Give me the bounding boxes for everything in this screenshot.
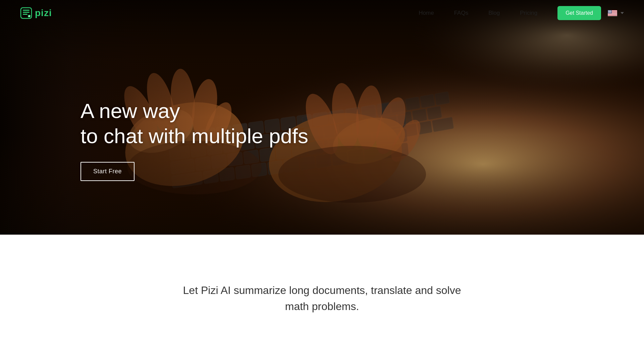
svg-point-15 <box>610 10 611 11</box>
logo-text: pizi <box>35 8 52 18</box>
svg-point-21 <box>611 11 612 11</box>
svg-point-20 <box>610 11 611 11</box>
nav-blog[interactable]: Blog <box>488 10 500 16</box>
hero-content: A new way to chat with multiple pdfs Sta… <box>80 99 308 181</box>
svg-point-12 <box>608 10 609 11</box>
hero-headline: A new way to chat with multiple pdfs <box>80 99 308 148</box>
svg-point-23 <box>609 11 609 12</box>
svg-point-29 <box>610 12 610 12</box>
nav-faqs[interactable]: FAQs <box>454 10 469 16</box>
svg-rect-1 <box>23 10 30 11</box>
svg-point-35 <box>610 12 611 13</box>
svg-point-13 <box>609 10 609 11</box>
nav-home[interactable]: Home <box>419 10 434 16</box>
navbar: pizi Home FAQs Blog Pricing Get Started <box>0 0 644 26</box>
svg-point-27 <box>608 12 609 12</box>
svg-rect-10 <box>608 16 617 16</box>
svg-point-4 <box>28 15 31 17</box>
svg-point-18 <box>609 11 610 11</box>
svg-point-33 <box>609 12 609 13</box>
flag-icon <box>608 10 617 16</box>
below-fold-text: Let Pizi AI summarize long documents, tr… <box>171 282 473 314</box>
svg-point-28 <box>609 12 610 12</box>
svg-rect-3 <box>23 14 28 15</box>
below-fold-section: Let Pizi AI summarize long documents, tr… <box>0 235 644 362</box>
svg-point-31 <box>611 12 612 12</box>
svg-point-34 <box>609 12 610 13</box>
svg-point-19 <box>610 11 610 11</box>
svg-point-36 <box>611 12 611 13</box>
svg-point-26 <box>611 11 611 12</box>
hero-section: A new way to chat with multiple pdfs Sta… <box>0 0 644 235</box>
get-started-button[interactable]: Get Started <box>557 6 601 20</box>
svg-point-32 <box>608 12 609 13</box>
svg-point-30 <box>610 12 611 12</box>
language-selector[interactable] <box>608 10 624 16</box>
svg-point-25 <box>610 11 611 12</box>
logo-icon <box>20 7 32 19</box>
svg-rect-9 <box>608 14 617 15</box>
logo-link[interactable]: pizi <box>20 7 52 19</box>
svg-point-16 <box>611 10 611 11</box>
nav-links: Home FAQs Blog Pricing <box>419 10 537 16</box>
svg-point-22 <box>608 11 609 12</box>
svg-point-17 <box>608 11 609 11</box>
svg-point-24 <box>609 11 610 12</box>
hero-headline-line1: A new way <box>80 99 180 122</box>
hero-headline-line2: to chat with multiple pdfs <box>80 124 308 147</box>
svg-rect-2 <box>23 12 30 13</box>
nav-pricing[interactable]: Pricing <box>520 10 537 16</box>
chevron-down-icon <box>621 12 624 14</box>
svg-point-14 <box>609 10 610 11</box>
start-free-button[interactable]: Start Free <box>80 162 135 181</box>
